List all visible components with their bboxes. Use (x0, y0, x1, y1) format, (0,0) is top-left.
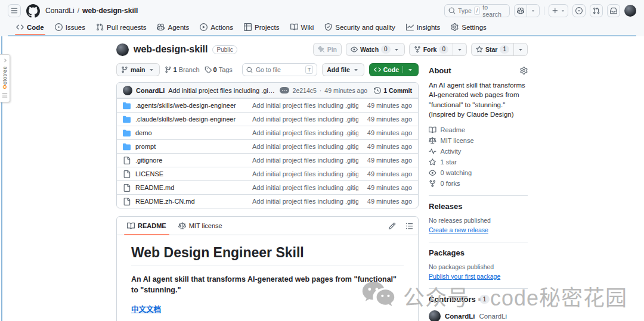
about-meta-item-readme[interactable]: Readme (429, 126, 528, 134)
packages-section: Packages No packages published Publish y… (429, 242, 528, 288)
inbox-button[interactable] (607, 4, 620, 17)
repo-nav-tab-projects[interactable]: Projects (239, 20, 284, 35)
repo-nav-tab-code[interactable]: Code (11, 20, 49, 35)
table-row-license[interactable]: LICENSE Add initial project files includ… (117, 167, 418, 180)
breadcrumb-owner[interactable]: ConardLi (45, 7, 75, 15)
breadcrumb-separator: / (78, 7, 79, 15)
github-mark-icon (26, 4, 40, 18)
about-meta-item-activity[interactable]: Activity (429, 148, 528, 155)
go-to-file-input[interactable]: Go to file T (242, 63, 317, 76)
file-commit-message-link[interactable]: Add initial project files including .git… (252, 170, 358, 177)
file-commit-time: 49 minutes ago (363, 116, 412, 123)
fork-button[interactable]: Fork 0 (409, 43, 453, 56)
readme-tabbar: README MIT license (117, 217, 418, 235)
packages-empty-text: No packages published (429, 263, 528, 272)
file-commit-message-link[interactable]: Add initial project files including .git… (252, 102, 358, 109)
table-row-readme-md[interactable]: README.md Add initial project files incl… (117, 180, 418, 194)
repo-nav-tab-actions[interactable]: Actions (195, 20, 238, 35)
commit-message-link[interactable]: Add initial project files including .git… (168, 87, 275, 94)
fork-count: 0 (439, 45, 448, 54)
chevron-down-icon (148, 66, 155, 73)
table-row-gitignore[interactable]: .gitignore Add initial project files inc… (117, 153, 418, 167)
file-commit-message-link[interactable]: Add initial project files including .git… (252, 198, 358, 205)
file-commit-message-link[interactable]: Add initial project files including .git… (252, 143, 358, 150)
chinese-docs-link[interactable]: 中文文档 (131, 306, 161, 314)
star-dropdown-button[interactable] (513, 43, 528, 56)
pin-button[interactable]: Pin (313, 43, 342, 56)
branches-link[interactable]: 1 Branch (165, 66, 200, 73)
file-icon (123, 184, 131, 192)
file-commit-message-link[interactable]: Add initial project files including .git… (252, 157, 358, 164)
github-logo[interactable] (26, 4, 40, 18)
file-commit-message-link[interactable]: Add initial project files including .git… (252, 116, 358, 123)
watch-button[interactable]: Watch 0 (346, 43, 405, 56)
file-commit-message-link[interactable]: Add initial project files including .git… (252, 129, 358, 136)
header-divider (544, 7, 544, 15)
repo-title[interactable]: web-design-skill (134, 44, 208, 55)
file-name-link[interactable]: demo (135, 129, 247, 136)
code-toolbar: main 1 Branch 0 Tags (116, 63, 419, 76)
repo-nav-tab-wiki[interactable]: Wiki (286, 20, 319, 35)
readme-tab-mit-license[interactable]: MIT license (173, 217, 228, 235)
releases-heading[interactable]: Releases (429, 202, 462, 211)
about-meta-item-1-star[interactable]: 1 star (429, 158, 528, 166)
repo-nav-tab-agents[interactable]: Agents (152, 20, 194, 35)
add-file-button[interactable]: Add file (322, 63, 364, 76)
commit-message-expand-button[interactable] (280, 87, 289, 94)
search-icon (246, 67, 253, 73)
file-commit-message-link[interactable]: Add initial project files including .git… (252, 184, 358, 191)
file-name-link[interactable]: .gitignore (135, 157, 247, 164)
repo-page: Octotree web-design-skill Public Pin Wat… (0, 36, 644, 321)
global-menu-button[interactable] (8, 4, 21, 17)
code-button[interactable]: Code (369, 63, 419, 76)
contributor-avatar[interactable] (429, 310, 441, 321)
star-button[interactable]: Star 1 (471, 43, 514, 56)
repo-nav-tab-issues[interactable]: Issues (50, 20, 90, 35)
about-meta-item-0-forks[interactable]: 0 forks (429, 180, 528, 188)
search-input[interactable]: Type / to search (444, 4, 510, 17)
commit-author-link[interactable]: ConardLi (136, 87, 165, 94)
table-row-readme-zh-cn-md[interactable]: README.zh-CN.md Add initial project file… (117, 194, 418, 208)
tags-link[interactable]: 0 Tags (205, 66, 233, 73)
about-meta-item-mit-license[interactable]: MIT license (429, 137, 528, 145)
contributors-heading[interactable]: Contributors (429, 295, 476, 304)
issues-button[interactable] (572, 4, 586, 17)
table-row-demo[interactable]: demo Add initial project files including… (117, 126, 418, 139)
pull-requests-button[interactable] (590, 4, 603, 17)
breadcrumb-repo[interactable]: web-design-skill (82, 7, 138, 15)
file-name-link[interactable]: LICENSE (135, 170, 247, 177)
file-name-link[interactable]: README.md (135, 184, 247, 191)
publish-package-link[interactable]: Publish your first package (429, 273, 528, 280)
file-name-link[interactable]: .claude/skills/web-design-engineer (135, 116, 247, 123)
branch-selector-button[interactable]: main (116, 63, 160, 76)
repo-nav-tab-security-and-quality[interactable]: Security and quality (320, 20, 400, 35)
repo-nav-tab-insights[interactable]: Insights (401, 20, 445, 35)
table-row-prompt[interactable]: prompt Add initial project files includi… (117, 139, 418, 153)
pencil-icon[interactable] (388, 222, 396, 230)
create-new-button[interactable] (549, 4, 568, 17)
file-name-link[interactable]: .agents/skills/web-design-engineer (135, 102, 247, 109)
create-release-link[interactable]: Create a new release (429, 226, 528, 233)
gear-icon[interactable] (520, 67, 528, 74)
readme-tab-readme[interactable]: README (122, 217, 172, 235)
table-row-claude-skills-web-design-engineer[interactable]: .claude/skills/web-design-engineer Add i… (117, 112, 418, 126)
packages-heading[interactable]: Packages (429, 248, 465, 257)
repo-nav-tab-pull-requests[interactable]: Pull requests (91, 20, 151, 35)
repo-nav-tab-settings[interactable]: Settings (446, 20, 491, 35)
file-name-link[interactable]: README.zh-CN.md (135, 198, 247, 205)
about-meta-item-0-watching[interactable]: 0 watching (429, 169, 528, 177)
fork-dropdown-button[interactable] (453, 43, 467, 56)
user-avatar[interactable] (624, 5, 636, 17)
outline-list-icon[interactable] (405, 222, 413, 230)
file-name-link[interactable]: prompt (135, 143, 247, 150)
octotree-extension-tab[interactable]: Octotree (0, 54, 10, 102)
commit-history-link[interactable]: 1 Commit (374, 87, 412, 94)
table-row-agents-skills-web-design-engineer[interactable]: .agents/skills/web-design-engineer Add i… (117, 98, 418, 112)
file-icon (123, 157, 131, 164)
commit-author-avatar[interactable] (123, 86, 132, 95)
commit-sha-link[interactable]: 2e214c5 (293, 87, 317, 94)
contributor-username[interactable]: ConardLi (445, 313, 475, 320)
repo-owner-avatar[interactable] (116, 43, 129, 56)
copilot-button[interactable] (514, 4, 527, 17)
copilot-dropdown-button[interactable] (527, 4, 540, 17)
